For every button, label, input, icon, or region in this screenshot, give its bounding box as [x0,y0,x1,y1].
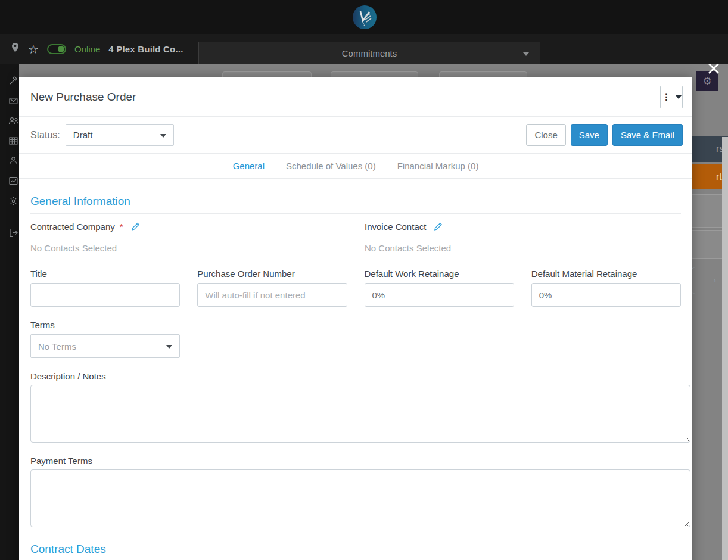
contracted-company-empty-text: No Contacts Selected [30,243,347,253]
required-asterisk: * [120,222,123,232]
top-header-bar [0,0,728,34]
scrollbar[interactable] [722,137,728,560]
invoice-contact-label: Invoice Contact [365,222,426,232]
general-information-heading: General Information [30,195,681,214]
location-pin-icon[interactable] [11,42,20,56]
gear-icon[interactable] [8,196,18,206]
status-toolbar: Status: Draft Close Save Save & Email [19,117,692,154]
status-select[interactable]: Draft [66,124,174,146]
work-retainage-label: Default Work Retainage [365,269,514,279]
chevron-down-icon [676,95,682,99]
tab-schedule-of-values[interactable]: Schedule of Values (0) [286,161,376,171]
title-label: Title [30,269,180,279]
modal-title: New Purchase Order [30,91,136,104]
title-input[interactable] [30,283,180,307]
terms-value: No Terms [38,341,76,351]
mail-icon[interactable] [8,96,18,106]
save-and-email-button[interactable]: Save & Email [612,124,683,146]
payment-terms-label: Payment Terms [30,456,681,466]
person-icon[interactable] [8,155,18,166]
terms-label: Terms [30,320,180,330]
online-toggle[interactable] [47,44,66,54]
project-name[interactable]: 4 Plex Build Co... [108,44,183,54]
edit-pencil-icon[interactable] [130,222,141,232]
chevron-down-icon [523,52,529,56]
chart-icon[interactable] [8,176,18,186]
contracted-company-group: Contracted Company* No Contacts Selected [30,222,347,253]
tool-selector-dropdown[interactable]: Commitments [198,42,540,64]
grid-icon[interactable] [8,136,18,146]
po-number-label: Purchase Order Number [197,269,347,279]
gear-icon: ⚙ [702,75,711,88]
work-retainage-input[interactable] [365,283,514,307]
edit-pencil-icon[interactable] [433,222,443,232]
description-notes-label: Description / Notes [30,371,681,381]
save-button[interactable]: Save [571,124,608,146]
favorite-star-icon[interactable]: ☆ [28,42,39,57]
tab-general[interactable]: General [233,161,265,171]
contracted-company-label: Contracted Company [30,222,115,232]
online-status-label: Online [74,44,100,54]
modal-header: New Purchase Order ⋮ [19,77,692,117]
chevron-down-icon [166,345,172,349]
chevron-down-icon [160,134,166,138]
po-number-input[interactable] [197,283,347,307]
app-logo-icon[interactable] [351,4,378,30]
new-purchase-order-modal: New Purchase Order ⋮ Status: Draft Close… [19,77,692,560]
project-nav-bar: ☆ Online 4 Plex Build Co... Commitments [0,34,728,64]
payment-terms-textarea[interactable] [30,469,690,527]
hammer-icon[interactable] [8,76,18,86]
invoice-contact-group: Invoice Contact No Contacts Selected [365,222,681,253]
modal-tabs: General Schedule of Values (0) Financial… [19,154,692,179]
sign-out-icon[interactable] [8,228,18,238]
left-sidebar [0,64,19,560]
material-retainage-input[interactable] [531,283,681,307]
group-icon[interactable] [8,116,19,126]
status-label: Status: [30,130,60,141]
material-retainage-label: Default Material Retainage [531,269,681,279]
close-button[interactable]: Close [526,124,565,146]
invoice-contact-empty-text: No Contacts Selected [365,243,681,253]
status-value: Draft [73,130,93,140]
more-options-button[interactable]: ⋮ [660,86,683,108]
terms-select[interactable]: No Terms [30,334,180,358]
kebab-icon: ⋮ [662,92,671,102]
contract-dates-heading: Contract Dates [30,543,681,560]
tool-selector-value: Commitments [342,48,397,58]
tab-financial-markup[interactable]: Financial Markup (0) [397,161,479,171]
description-notes-textarea[interactable] [30,385,690,443]
